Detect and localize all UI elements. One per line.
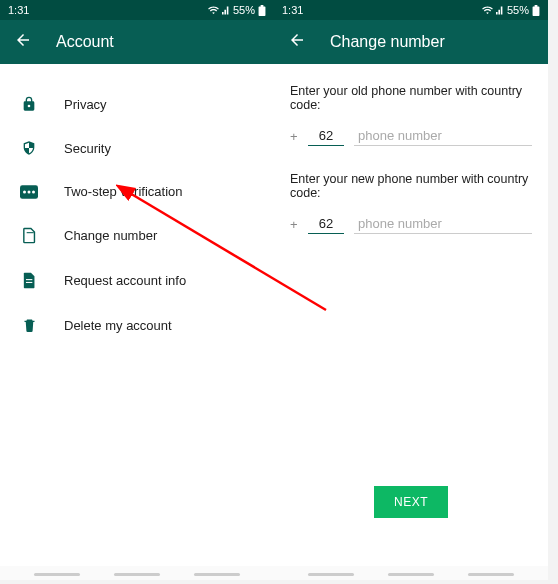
menu-item-change-number[interactable]: Change number	[0, 213, 274, 258]
android-navbar	[0, 566, 274, 580]
plus-sign: +	[290, 129, 298, 146]
new-phone-input[interactable]	[354, 214, 532, 234]
old-country-code-input[interactable]	[308, 126, 344, 146]
menu-label: Privacy	[64, 97, 107, 112]
sim-icon	[20, 227, 38, 244]
svg-point-1	[23, 190, 26, 193]
battery-text: 55%	[233, 4, 255, 16]
change-number-form: Enter your old phone number with country…	[274, 64, 548, 566]
status-time: 1:31	[282, 4, 303, 16]
svg-rect-5	[25, 282, 31, 283]
android-navbar	[274, 566, 548, 580]
menu-item-security[interactable]: Security	[0, 126, 274, 170]
old-phone-input[interactable]	[354, 126, 532, 146]
account-screen: 1:31 55% Account Privacy Security	[0, 0, 274, 580]
status-icons: 55%	[208, 4, 266, 16]
nav-recent[interactable]	[34, 573, 80, 576]
battery-icon	[258, 5, 266, 16]
menu-label: Request account info	[64, 273, 186, 288]
menu-label: Delete my account	[64, 318, 172, 333]
menu-label: Two-step verification	[64, 184, 183, 199]
nav-back[interactable]	[194, 573, 240, 576]
lock-icon	[20, 96, 38, 112]
back-icon[interactable]	[288, 31, 306, 53]
page-title: Account	[56, 33, 114, 51]
battery-text: 55%	[507, 4, 529, 16]
new-country-code-input[interactable]	[308, 214, 344, 234]
status-bar: 1:31 55%	[0, 0, 274, 20]
old-number-row: +	[290, 126, 532, 146]
doc-icon	[20, 272, 38, 289]
signal-icon	[496, 6, 504, 15]
svg-rect-4	[25, 279, 31, 280]
plus-sign: +	[290, 217, 298, 234]
wifi-icon	[208, 6, 219, 15]
wifi-icon	[482, 6, 493, 15]
status-bar: 1:31 55%	[274, 0, 548, 20]
change-number-screen: 1:31 55% Change number Enter your old ph…	[274, 0, 548, 580]
signal-icon	[222, 6, 230, 15]
trash-icon	[20, 317, 38, 333]
app-bar: Change number	[274, 20, 548, 64]
old-number-label: Enter your old phone number with country…	[290, 84, 532, 112]
nav-back[interactable]	[468, 573, 514, 576]
nav-home[interactable]	[114, 573, 160, 576]
page-title: Change number	[330, 33, 445, 51]
menu-item-delete-account[interactable]: Delete my account	[0, 303, 274, 347]
svg-point-2	[28, 190, 31, 193]
menu-label: Change number	[64, 228, 157, 243]
menu-label: Security	[64, 141, 111, 156]
nav-home[interactable]	[388, 573, 434, 576]
menu-item-privacy[interactable]: Privacy	[0, 82, 274, 126]
shield-icon	[20, 140, 38, 156]
status-icons: 55%	[482, 4, 540, 16]
battery-icon	[532, 5, 540, 16]
svg-point-3	[32, 190, 35, 193]
menu-item-request-info[interactable]: Request account info	[0, 258, 274, 303]
app-bar: Account	[0, 20, 274, 64]
new-number-row: +	[290, 214, 532, 234]
dots-icon	[20, 185, 38, 199]
nav-recent[interactable]	[308, 573, 354, 576]
back-icon[interactable]	[14, 31, 32, 53]
next-button[interactable]: NEXT	[374, 486, 448, 518]
status-time: 1:31	[8, 4, 29, 16]
menu-item-twostep[interactable]: Two-step verification	[0, 170, 274, 213]
account-menu: Privacy Security Two-step verification C…	[0, 64, 274, 365]
new-number-label: Enter your new phone number with country…	[290, 172, 532, 200]
